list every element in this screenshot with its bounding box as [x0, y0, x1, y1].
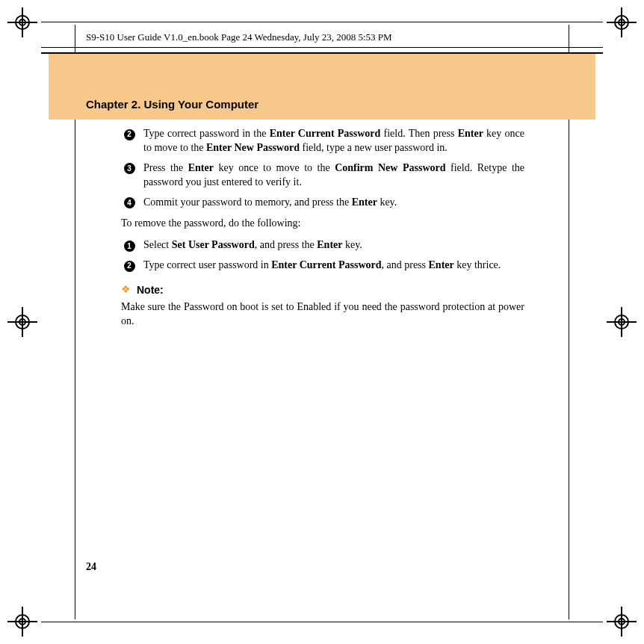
step-text: Type correct password in the Enter Curre…	[143, 127, 524, 155]
paragraph: To remove the password, do the following…	[121, 217, 524, 231]
step-number-icon: 3	[121, 163, 137, 175]
note-text: Make sure the Password on boot is set to…	[121, 300, 524, 329]
step-number-icon: 1	[121, 240, 137, 252]
list-item: 2 Type correct password in the Enter Cur…	[121, 127, 524, 155]
step-number-icon: 2	[121, 129, 137, 140]
crop-mark-icon	[7, 607, 37, 637]
crop-mark-icon	[607, 7, 637, 37]
note-label: Note:	[137, 283, 164, 297]
list-item: 2 Type correct user password in Enter Cu…	[121, 258, 524, 273]
chapter-title: Chapter 2. Using Your Computer	[86, 98, 258, 111]
guide-line	[41, 622, 603, 622]
crop-mark-icon	[607, 307, 637, 337]
step-text: Type correct user password in Enter Curr…	[143, 258, 524, 273]
step-text: Select Set User Password, and press the …	[143, 238, 524, 253]
crop-mark-icon	[7, 7, 37, 37]
page-content: 2 Type correct password in the Enter Cur…	[121, 127, 524, 329]
list-item: 4 Commit your password to memory, and pr…	[121, 196, 524, 210]
list-item: 3 Press the Enter key once to move to th…	[121, 161, 524, 190]
step-number-icon: 4	[121, 197, 137, 209]
crop-mark-icon	[7, 307, 37, 337]
list-item: 1 Select Set User Password, and press th…	[121, 238, 524, 253]
guide-line	[41, 47, 603, 48]
chapter-banner: Chapter 2. Using Your Computer	[49, 54, 595, 120]
page-header: S9-S10 User Guide V1.0_en.book Page 24 W…	[86, 31, 392, 43]
step-text: Press the Enter key once to move to the …	[143, 161, 524, 190]
note-icon: ❖	[121, 283, 131, 297]
step-number-icon: 2	[121, 260, 137, 272]
note-block: ❖ Note: Make sure the Password on boot i…	[121, 283, 524, 329]
page-number: 24	[86, 561, 96, 573]
crop-mark-icon	[607, 607, 637, 637]
guide-line	[41, 22, 603, 22]
step-text: Commit your password to memory, and pres…	[143, 196, 524, 210]
